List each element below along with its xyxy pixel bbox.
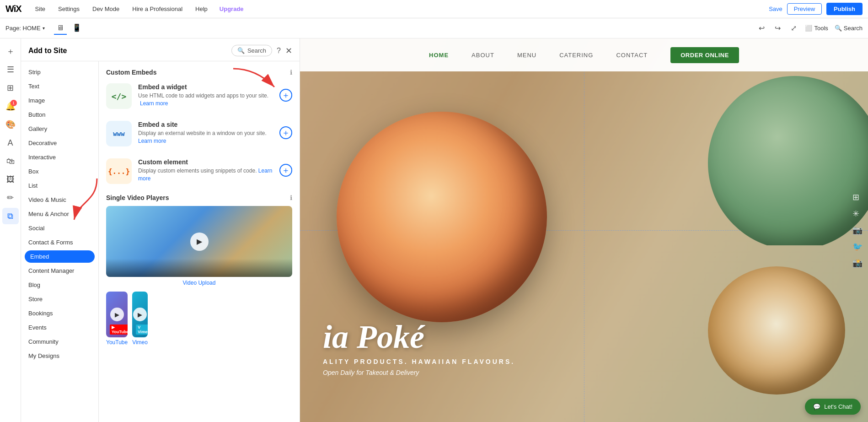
sidebar-blog-icon[interactable]: ✏: [2, 189, 19, 206]
add-site-button[interactable]: ＋: [279, 126, 292, 139]
youtube-thumb[interactable]: ▶ ▶ YouTube: [106, 292, 128, 337]
nav-hire-pro[interactable]: Hire a Professional: [129, 5, 185, 12]
notification-badge: 1: [11, 100, 17, 106]
cat-blog[interactable]: Blog: [21, 278, 98, 292]
search-button-top[interactable]: 🔍 Search: [835, 25, 863, 32]
bowl-bottom-right-area: [708, 266, 854, 404]
cat-image[interactable]: Image: [21, 93, 98, 108]
cat-community[interactable]: Community: [21, 335, 98, 349]
wix-logo: WiX: [5, 4, 21, 14]
redo-button[interactable]: ↪: [773, 22, 782, 34]
close-icon[interactable]: ✕: [285, 46, 292, 56]
cat-interactive[interactable]: Interactive: [21, 150, 98, 164]
vimeo-label[interactable]: Vimeo: [132, 339, 148, 346]
desktop-view-button[interactable]: 🖥: [54, 22, 67, 35]
cat-video-music[interactable]: Video & Music: [21, 193, 98, 207]
tools-button[interactable]: ⬜ Tools: [805, 25, 828, 32]
embed-widget-learn-link[interactable]: Learn more: [140, 100, 168, 107]
cat-my-designs[interactable]: My Designs: [21, 349, 98, 363]
cat-list[interactable]: List: [21, 179, 98, 193]
video-section-info-icon[interactable]: ℹ: [290, 194, 292, 201]
cat-button[interactable]: Button: [21, 108, 98, 122]
publish-button[interactable]: Publish: [826, 3, 863, 15]
yelp-icon[interactable]: ✳: [852, 209, 863, 219]
page-label-text: Page: HOME: [5, 25, 41, 32]
sidebar-media-icon[interactable]: 🔔 1: [2, 98, 19, 114]
cat-contact-forms[interactable]: Contact & Forms: [21, 235, 98, 249]
cat-gallery[interactable]: Gallery: [21, 122, 98, 136]
nav-site[interactable]: Site: [32, 5, 48, 12]
embed-widget-desc: Use HTML code to add widgets and apps to…: [138, 92, 273, 108]
vimeo-thumb[interactable]: ▶ V Vimeo: [132, 292, 148, 337]
embed-widget-icon: </>: [106, 83, 132, 109]
preview-button[interactable]: Preview: [787, 3, 822, 15]
embed-widget-item: </> Embed a widget Use HTML code to add …: [106, 81, 292, 111]
youtube-label[interactable]: YouTube: [106, 339, 128, 346]
youtube-badge: ▶ YouTube: [110, 325, 128, 335]
play-button-youtube: ▶: [110, 308, 124, 321]
sidebar-image-icon[interactable]: 🖼: [2, 171, 19, 188]
right-social-icons: ⊞ ✳ 📷 🐦 📸: [852, 192, 863, 268]
add-widget-button[interactable]: ＋: [279, 89, 292, 102]
video-section-header: Single Video Players ℹ: [106, 194, 292, 201]
embed-site-icon: www: [106, 121, 132, 146]
nav-catering[interactable]: CATERING: [559, 52, 593, 59]
add-panel-header: Add to Site 🔍 Search ? ✕: [21, 38, 300, 61]
embed-site-learn-link[interactable]: Learn more: [138, 138, 166, 144]
chat-icon: 💬: [813, 403, 820, 410]
page-selector[interactable]: Page: HOME ▾: [5, 25, 45, 32]
cat-box[interactable]: Box: [21, 164, 98, 179]
cat-content-manager[interactable]: Content Manager: [21, 264, 98, 278]
sidebar-apps-icon[interactable]: ⊞: [2, 80, 19, 96]
cat-events[interactable]: Events: [21, 320, 98, 335]
hero-subtitle: ALITY PRODUCTS. HAWAIIAN FLAVOURS.: [323, 358, 515, 365]
embed-widget-title: Embed a widget: [138, 83, 273, 91]
mobile-view-button[interactable]: 📱: [70, 22, 84, 35]
help-icon[interactable]: ?: [277, 47, 281, 55]
cat-embed[interactable]: Embed: [25, 250, 95, 263]
nav-contact[interactable]: CONTACT: [616, 52, 648, 59]
sidebar-add-icon[interactable]: ＋: [2, 43, 19, 60]
video-upload-thumb[interactable]: ▶: [106, 206, 292, 277]
cat-decorative[interactable]: Decorative: [21, 136, 98, 150]
cat-text[interactable]: Text: [21, 79, 98, 93]
cat-store[interactable]: Store: [21, 292, 98, 306]
sidebar-store-icon[interactable]: 🛍: [2, 153, 19, 169]
custom-embeds-info-icon[interactable]: ℹ: [290, 69, 292, 76]
twitter-icon[interactable]: 🐦: [852, 242, 863, 252]
sidebar-pages-icon[interactable]: ☰: [2, 61, 19, 78]
sidebar-seo-icon[interactable]: A: [2, 135, 19, 151]
bowl-center-area: [337, 112, 556, 331]
instagram-icon[interactable]: 📸: [852, 258, 863, 268]
view-toggle: 🖥 📱: [54, 22, 84, 35]
sidebar-layers-icon[interactable]: ⧉: [2, 208, 19, 224]
order-online-button[interactable]: ORDER ONLINE: [670, 47, 739, 63]
camera-icon[interactable]: 📷: [852, 225, 863, 235]
embed-site-item: www Embed a site Display an external web…: [106, 119, 292, 148]
cat-bookings[interactable]: Bookings: [21, 306, 98, 320]
vimeo-col: ▶ V Vimeo Vimeo: [132, 292, 148, 346]
website-canvas: HOME ABOUT MENU CATERING CONTACT ORDER O…: [300, 38, 868, 422]
nav-devmode[interactable]: Dev Mode: [90, 5, 122, 12]
wix-social-icon[interactable]: ⊞: [852, 192, 863, 202]
nav-menu[interactable]: MENU: [517, 52, 536, 59]
cat-menu-anchor[interactable]: Menu & Anchor: [21, 207, 98, 221]
nav-home[interactable]: HOME: [429, 52, 449, 59]
add-custom-button[interactable]: ＋: [279, 164, 292, 177]
nav-about[interactable]: ABOUT: [472, 52, 494, 59]
cat-social[interactable]: Social: [21, 221, 98, 235]
sidebar-design-icon[interactable]: 🎨: [2, 116, 19, 133]
nav-settings[interactable]: Settings: [55, 5, 82, 12]
upgrade-button[interactable]: Upgrade: [220, 5, 244, 12]
custom-embeds-title: Custom Embeds: [106, 69, 156, 76]
hero-tagline: Open Daily for Takeout & Delivery: [323, 369, 515, 376]
add-panel-search[interactable]: 🔍 Search: [231, 45, 272, 56]
undo-button[interactable]: ↩: [757, 22, 766, 34]
zoom-button[interactable]: ⤢: [789, 22, 798, 34]
youtube-col: ▶ ▶ YouTube YouTube: [106, 292, 128, 346]
search-icon: 🔍: [237, 47, 245, 54]
save-button[interactable]: Save: [769, 5, 782, 12]
cat-strip[interactable]: Strip: [21, 65, 98, 79]
video-upload-label[interactable]: Video Upload: [106, 280, 292, 286]
nav-help[interactable]: Help: [193, 5, 210, 12]
